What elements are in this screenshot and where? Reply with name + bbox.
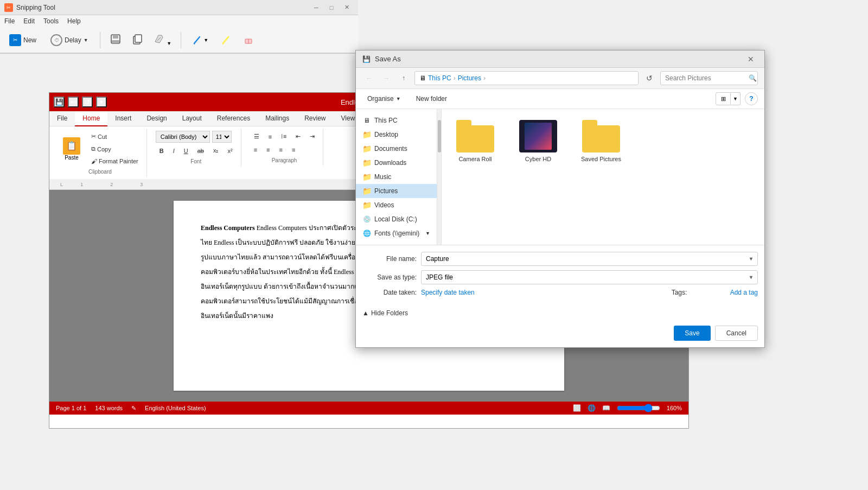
- cut-button[interactable]: ✂ Cut: [87, 131, 142, 142]
- bullets-button[interactable]: ☰: [250, 131, 263, 142]
- qat-redo[interactable]: ↺: [82, 97, 93, 107]
- save-icon-button[interactable]: [107, 30, 124, 49]
- breadcrumb-folder1[interactable]: Pictures: [458, 74, 481, 82]
- cancel-button[interactable]: Cancel: [715, 326, 758, 341]
- view-icons-button[interactable]: ⊞: [716, 92, 731, 105]
- sidebar-item-local-disk[interactable]: 💿 Local Disk (C:): [356, 212, 437, 226]
- copy-button[interactable]: ⧉ Copy: [87, 143, 142, 155]
- nav-forward-button[interactable]: →: [380, 72, 393, 85]
- sidebar-item-videos[interactable]: 📁 Videos: [356, 198, 437, 212]
- tab-home[interactable]: Home: [75, 111, 107, 126]
- sidebar-item-music[interactable]: 📁 Music: [356, 170, 437, 184]
- view-dropdown-button[interactable]: ▼: [731, 92, 741, 105]
- font-name-select[interactable]: Calibri (Body): [156, 131, 210, 143]
- tab-review[interactable]: Review: [297, 111, 333, 126]
- sidebar-item-downloads[interactable]: 📁 Downloads: [356, 156, 437, 170]
- sidebar-item-pictures[interactable]: 📁 Pictures: [356, 184, 437, 198]
- nav-up-button[interactable]: ↑: [397, 72, 410, 85]
- delay-button[interactable]: ⏱ Delay ▼: [46, 31, 93, 49]
- tab-design[interactable]: Design: [139, 111, 174, 126]
- eraser-dropdown-button[interactable]: ▼: [150, 30, 175, 49]
- underline-button[interactable]: U: [180, 145, 192, 156]
- qat-save[interactable]: 💾: [54, 97, 65, 107]
- paste-button[interactable]: 📋 Paste: [58, 135, 85, 163]
- menu-edit[interactable]: Edit: [23, 17, 35, 25]
- superscript-button[interactable]: x²: [224, 145, 236, 156]
- breadcrumb-sep2: ›: [483, 74, 486, 82]
- align-center-button[interactable]: ≡: [263, 144, 273, 155]
- tab-layout[interactable]: Layout: [175, 111, 209, 126]
- zoom-slider[interactable]: [617, 404, 660, 412]
- organise-button[interactable]: Organise ▼: [362, 92, 406, 105]
- hide-folders-label: Hide Folders: [371, 309, 408, 317]
- tab-insert[interactable]: Insert: [107, 111, 139, 126]
- qat-more[interactable]: ▾: [96, 97, 107, 107]
- font-row2: B I U ab x₂ x²: [156, 145, 237, 156]
- date-taken-link[interactable]: Specify date taken: [421, 289, 475, 296]
- format-painter-button[interactable]: 🖌 Format Painter: [87, 156, 142, 167]
- tab-file[interactable]: File: [49, 111, 75, 126]
- justify-button[interactable]: ≡: [288, 144, 299, 155]
- nav-back-button[interactable]: ←: [362, 72, 375, 85]
- search-input[interactable]: [665, 74, 746, 82]
- tab-mailings[interactable]: Mailings: [258, 111, 297, 126]
- maximize-button[interactable]: □: [324, 2, 339, 13]
- refresh-button[interactable]: ↺: [643, 72, 656, 85]
- menu-tools[interactable]: Tools: [43, 17, 59, 25]
- bold-button[interactable]: B: [156, 145, 168, 156]
- layout-web-btn[interactable]: 🌐: [588, 404, 596, 412]
- sidebar-scrollbar[interactable]: [437, 109, 442, 245]
- menu-help[interactable]: Help: [67, 17, 81, 25]
- pen-button[interactable]: ▼: [188, 32, 212, 48]
- file-item-cyber-hd[interactable]: Cyber HD: [511, 116, 565, 167]
- snipping-menubar: File Edit Tools Help: [0, 15, 358, 27]
- multilevel-list-button[interactable]: ⁞≡: [277, 131, 290, 142]
- close-button[interactable]: ✕: [340, 2, 354, 13]
- language-status: English (United States): [145, 405, 206, 411]
- save-icon: [110, 33, 122, 45]
- help-button[interactable]: ?: [745, 92, 758, 105]
- folder-body-2: [582, 125, 620, 152]
- breadcrumb-pc[interactable]: This PC: [428, 74, 451, 82]
- new-button[interactable]: ✂ New: [4, 31, 41, 49]
- qat-undo[interactable]: ↩: [68, 97, 79, 107]
- sidebar-item-desktop[interactable]: 📁 Desktop: [356, 128, 437, 142]
- view-buttons: ⊞ ▼: [716, 92, 741, 105]
- dialog-close-button[interactable]: ✕: [744, 53, 758, 65]
- subscript-button[interactable]: x₂: [209, 145, 222, 156]
- search-box[interactable]: 🔍: [660, 71, 758, 85]
- paragraph-group: ☰ ≡ ⁞≡ ⇤ ⇥ ≡ ≡ ≡ ≡ Paragraph: [246, 129, 324, 166]
- save-button[interactable]: Save: [674, 326, 710, 341]
- menu-file[interactable]: File: [4, 17, 15, 25]
- add-tag-link[interactable]: Add a tag: [730, 289, 758, 296]
- minimize-button[interactable]: ─: [309, 2, 323, 13]
- word-statusbar: Page 1 of 1 143 words ✎ English (United …: [49, 402, 688, 415]
- numbering-button[interactable]: ≡: [265, 131, 276, 142]
- highlighter-button[interactable]: [216, 32, 235, 48]
- layout-read-btn[interactable]: 📖: [602, 404, 610, 412]
- eraser-button[interactable]: [239, 32, 258, 48]
- increase-indent-button[interactable]: ⇥: [306, 131, 318, 142]
- sidebar-scrollbar-thumb[interactable]: [438, 120, 441, 152]
- tab-references[interactable]: References: [209, 111, 258, 126]
- savetype-select[interactable]: JPEG file: [421, 270, 758, 284]
- pen-dropdown-chevron: ▼: [203, 37, 208, 43]
- copy-icon-button[interactable]: [129, 30, 146, 49]
- align-left-button[interactable]: ≡: [250, 144, 261, 155]
- strikethrough-button[interactable]: ab: [194, 145, 208, 156]
- align-right-button[interactable]: ≡: [275, 144, 286, 155]
- decrease-indent-button[interactable]: ⇤: [292, 131, 304, 142]
- file-item-camera-roll[interactable]: Camera Roll: [448, 116, 502, 167]
- hide-folders-button[interactable]: ▲ Hide Folders: [362, 309, 408, 317]
- sidebar-item-thispc[interactable]: 🖥 This PC: [356, 113, 437, 128]
- italic-button[interactable]: I: [169, 145, 178, 156]
- font-size-select[interactable]: 11: [212, 131, 232, 143]
- sidebar-item-fonts[interactable]: 🌐 Fonts (\\gemini) ▼: [356, 226, 437, 240]
- layout-print-btn[interactable]: ⬜: [573, 404, 581, 412]
- new-folder-button[interactable]: New folder: [410, 92, 453, 105]
- new-label: New: [23, 36, 36, 44]
- file-item-saved-pictures[interactable]: Saved Pictures: [574, 116, 628, 167]
- eraser-dropdown-chevron: ▼: [167, 41, 171, 46]
- filename-input[interactable]: Capture: [421, 252, 758, 266]
- sidebar-item-documents[interactable]: 📁 Documents: [356, 142, 437, 156]
